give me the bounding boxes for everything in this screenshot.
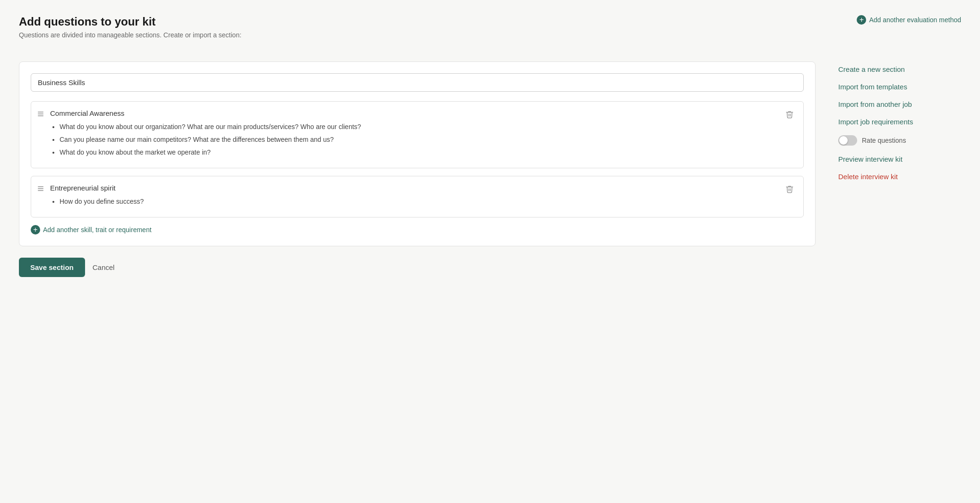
rate-questions-label: Rate questions xyxy=(862,137,906,144)
page-subtitle: Questions are divided into manageable se… xyxy=(19,31,241,39)
skill-questions-list: What do you know about our organization?… xyxy=(50,122,778,157)
skill-title: Commercial Awareness xyxy=(50,109,778,117)
import-from-templates-button[interactable]: Import from templates xyxy=(838,83,961,91)
content-area: Commercial AwarenessWhat do you know abo… xyxy=(19,61,816,246)
add-skill-button[interactable]: + Add another skill, trait or requiremen… xyxy=(31,225,152,234)
skill-card: Entrepreneurial spiritHow do you define … xyxy=(31,176,804,217)
page-header: Add questions to your kit Questions are … xyxy=(19,15,241,39)
create-new-section-button[interactable]: Create a new section xyxy=(838,65,961,73)
delete-skill-button[interactable] xyxy=(783,184,796,197)
add-skill-label: Add another skill, trait or requirement xyxy=(43,226,152,234)
rate-questions-row: Rate questions xyxy=(838,135,961,146)
skill-question-item: Can you please name our main competitors… xyxy=(60,135,778,145)
cancel-button[interactable]: Cancel xyxy=(93,263,115,271)
bottom-actions: Save section Cancel xyxy=(19,258,961,277)
skill-question-item: What do you know about our organization?… xyxy=(60,122,778,132)
svg-rect-5 xyxy=(38,190,43,191)
svg-rect-4 xyxy=(38,188,43,189)
skill-title: Entrepreneurial spirit xyxy=(50,184,778,192)
svg-rect-1 xyxy=(38,113,43,114)
main-layout: Commercial AwarenessWhat do you know abo… xyxy=(19,61,961,246)
drag-handle-icon[interactable] xyxy=(37,109,44,119)
skill-question-item: What do you know about the market we ope… xyxy=(60,147,778,157)
preview-interview-kit-button[interactable]: Preview interview kit xyxy=(838,155,961,163)
section-name-input[interactable] xyxy=(31,73,804,92)
svg-rect-0 xyxy=(38,112,43,113)
skill-card-content: Entrepreneurial spiritHow do you define … xyxy=(50,184,778,209)
skill-card: Commercial AwarenessWhat do you know abo… xyxy=(31,101,804,168)
save-section-button[interactable]: Save section xyxy=(19,258,85,277)
rate-questions-toggle[interactable] xyxy=(838,135,857,146)
add-evaluation-method-button[interactable]: + Add another evaluation method xyxy=(857,15,961,25)
plus-circle-icon: + xyxy=(857,15,866,25)
skill-card-content: Commercial AwarenessWhat do you know abo… xyxy=(50,109,778,160)
svg-rect-3 xyxy=(38,186,43,187)
page-title: Add questions to your kit xyxy=(19,15,241,28)
svg-rect-2 xyxy=(38,115,43,116)
delete-skill-button[interactable] xyxy=(783,109,796,122)
toggle-knob xyxy=(839,136,848,145)
delete-interview-kit-button[interactable]: Delete interview kit xyxy=(838,173,961,181)
import-from-another-job-button[interactable]: Import from another job xyxy=(838,100,961,108)
import-job-requirements-button[interactable]: Import job requirements xyxy=(838,118,961,126)
add-skill-plus-icon: + xyxy=(31,225,40,234)
skill-question-item: How do you define success? xyxy=(60,197,778,207)
add-eval-label: Add another evaluation method xyxy=(869,16,961,24)
drag-handle-icon[interactable] xyxy=(37,184,44,194)
skills-list: Commercial AwarenessWhat do you know abo… xyxy=(31,101,804,217)
sidebar: Create a new section Import from templat… xyxy=(838,61,961,181)
skill-questions-list: How do you define success? xyxy=(50,197,778,207)
